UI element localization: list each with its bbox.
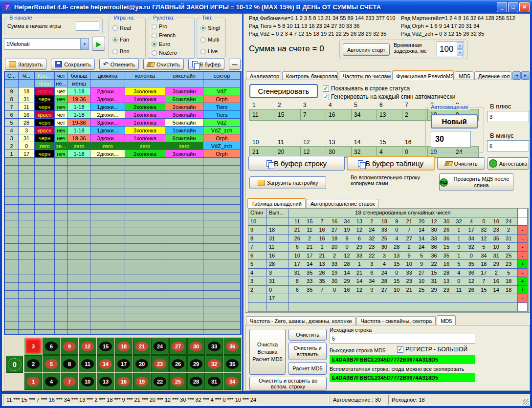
scroll-left-icon[interactable]: ◄ <box>512 71 521 80</box>
history-empty-cell[interactable] <box>19 181 35 189</box>
history-cell[interactable]: 28 <box>19 119 35 127</box>
roulette-number-5[interactable]: 5 <box>43 355 60 372</box>
history-empty-cell[interactable] <box>90 299 125 306</box>
spin-number[interactable]: 5 <box>248 260 267 269</box>
history-empty-cell[interactable] <box>35 275 55 283</box>
history-cell[interactable]: неч <box>55 103 68 111</box>
history-empty-cell[interactable] <box>165 189 203 197</box>
history-empty-cell[interactable] <box>19 158 35 166</box>
history-cell[interactable]: 7 <box>5 103 19 111</box>
history-cell[interactable]: неч <box>55 127 68 134</box>
history-cell[interactable]: неч <box>55 134 68 142</box>
history-cell[interactable]: Orph <box>203 134 241 142</box>
history-empty-cell[interactable] <box>55 291 68 299</box>
roulette-number-8[interactable]: 8 <box>61 355 78 372</box>
random-numbers-row[interactable]: 62112002923302822436159325103 <box>288 243 518 252</box>
history-empty-cell[interactable] <box>203 236 241 244</box>
history-cell[interactable]: 1колонка <box>125 134 165 142</box>
generated-number-cell[interactable]: 2 <box>402 109 428 121</box>
history-empty-cell[interactable] <box>125 291 165 299</box>
history-empty-cell[interactable] <box>5 213 19 220</box>
dropped-number[interactable] <box>267 217 288 226</box>
history-empty-cell[interactable] <box>165 322 203 330</box>
history-empty-cell[interactable] <box>5 299 19 306</box>
history-cell[interactable]: VdZ_zch <box>203 127 241 134</box>
random-numbers-row[interactable]: 833353029143428152310311301271618 <box>288 277 518 286</box>
history-empty-cell[interactable] <box>35 314 55 322</box>
generate-button[interactable]: Сгенерировать <box>249 84 318 98</box>
random-numbers-row[interactable] <box>288 294 518 303</box>
history-empty-cell[interactable] <box>5 244 19 252</box>
history-empty-cell[interactable] <box>55 236 68 244</box>
history-cell[interactable]: VdZ <box>203 87 241 95</box>
history-empty-cell[interactable] <box>165 330 203 335</box>
history-empty-cell[interactable] <box>35 189 55 197</box>
history-empty-cell[interactable] <box>165 252 203 259</box>
history-empty-cell[interactable] <box>125 205 165 213</box>
history-cell[interactable]: красн <box>35 111 55 119</box>
scroll-right-icon[interactable]: ► <box>521 71 530 80</box>
history-empty-cell[interactable] <box>165 205 203 213</box>
history-cell[interactable]: 2дюжи... <box>90 150 125 158</box>
history-empty-cell[interactable] <box>19 299 35 306</box>
history-empty-cell[interactable] <box>165 291 203 299</box>
close-icon[interactable]: ✕ <box>519 2 530 12</box>
delay-value[interactable]: 100 <box>437 42 456 57</box>
history-empty-cell[interactable] <box>19 314 35 322</box>
history-cell[interactable]: zero <box>165 142 203 150</box>
history-empty-cell[interactable] <box>203 213 241 220</box>
load-settings-button[interactable]: Загрузить настройку <box>249 176 326 189</box>
result-sign[interactable]: - <box>518 252 528 260</box>
history-empty-cell[interactable] <box>165 197 203 205</box>
bottom-tab[interactable]: Частота - Zero, шансы, дюжины, колонки <box>246 316 355 325</box>
history-empty-cell[interactable] <box>125 314 165 322</box>
history-empty-cell[interactable] <box>68 158 90 166</box>
dropped-number[interactable]: 31 <box>267 277 288 286</box>
history-empty-cell[interactable] <box>203 173 241 181</box>
radio-option-live[interactable]: Live <box>200 47 224 55</box>
history-empty-cell[interactable] <box>125 236 165 244</box>
history-cell[interactable]: 19-36 <box>68 134 90 142</box>
generated-number-cell[interactable]: 34 <box>351 109 377 121</box>
history-empty-cell[interactable] <box>5 220 19 228</box>
dropped-number[interactable]: 0 <box>267 286 288 295</box>
history-empty-cell[interactable] <box>125 173 165 181</box>
history-empty-cell[interactable] <box>90 306 125 314</box>
history-cell[interactable]: 2дюжи... <box>90 111 125 119</box>
history-cell[interactable]: Tiers <box>203 103 241 111</box>
history-empty-cell[interactable] <box>90 283 125 291</box>
history-empty-cell[interactable] <box>35 252 55 259</box>
history-empty-cell[interactable] <box>35 205 55 213</box>
result-sign[interactable]: + <box>518 260 528 269</box>
dropped-number[interactable]: 11 <box>267 243 288 252</box>
clear-generated-button[interactable]: Очистить <box>437 157 485 170</box>
history-empty-cell[interactable] <box>35 267 55 275</box>
history-empty-cell[interactable] <box>68 173 90 181</box>
autoshift-value[interactable]: 30 <box>431 131 471 148</box>
history-empty-cell[interactable] <box>5 267 19 275</box>
roulette-number-25[interactable]: 25 <box>169 373 187 390</box>
spin-number[interactable]: 10 <box>248 217 267 226</box>
history-empty-cell[interactable] <box>203 299 241 306</box>
history-cell[interactable]: 1колонка <box>125 95 165 103</box>
history-empty-cell[interactable] <box>165 283 203 291</box>
roulette-number-14[interactable]: 14 <box>97 355 114 372</box>
roulette-number-29[interactable]: 29 <box>187 355 205 372</box>
roulette-number-11[interactable]: 11 <box>79 355 96 372</box>
roulette-number-23[interactable]: 23 <box>151 355 169 372</box>
roulette-number-21[interactable]: 21 <box>133 338 151 355</box>
history-empty-cell[interactable] <box>68 306 90 314</box>
history-cell[interactable]: чет <box>55 119 68 127</box>
history-cell[interactable]: 1-18 <box>68 127 90 134</box>
history-empty-cell[interactable] <box>90 173 125 181</box>
history-cell[interactable]: 18 <box>19 87 35 95</box>
history-cell[interactable]: 31 <box>19 95 35 103</box>
history-cell[interactable]: 1-18 <box>68 111 90 119</box>
dropped-number[interactable]: 16 <box>267 252 288 260</box>
roulette-number-13[interactable]: 13 <box>97 373 114 390</box>
history-empty-cell[interactable] <box>68 267 90 275</box>
random-numbers-row[interactable]: 2621618963225427143336134123531 <box>288 235 518 243</box>
history-empty-cell[interactable] <box>19 267 35 275</box>
history-empty-cell[interactable] <box>35 330 55 335</box>
roulette-number-10[interactable]: 10 <box>79 373 96 390</box>
